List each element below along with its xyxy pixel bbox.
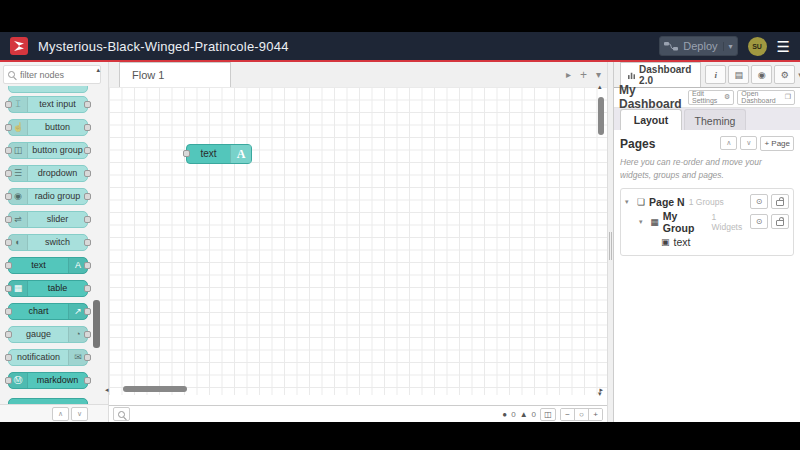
deploy-button[interactable]: Deploy ▾ [659,36,737,56]
letterbox-top [0,0,800,32]
palette-filter-input[interactable] [18,69,90,81]
canvas-node-text[interactable]: text A [186,144,252,164]
flow-canvas[interactable]: text A [109,87,607,395]
app-logo-icon [10,37,28,55]
add-page-button[interactable]: + Page [760,136,794,151]
help-book-icon[interactable]: ▤ [728,65,749,84]
warning-count: 0 [532,410,536,419]
palette-node-label: gauge [9,327,68,342]
tree-row-page[interactable]: ▾ ❏ Page N 1 Groups ⊙ [625,192,789,212]
palette-node-text-input[interactable]: ⌶text input [8,96,88,113]
scrollbar-thumb[interactable] [598,97,604,135]
open-dashboard-button[interactable]: Open Dashboard ❐ [737,90,795,105]
dashboard-title: My Dashboard [619,83,688,111]
node-output-port [84,101,91,108]
lock-glyph [776,220,784,226]
error-icon[interactable]: ● [502,410,507,419]
palette-node-label: dropdown [28,166,87,181]
group-meta: 1 Widgets [712,212,746,232]
lock-icon[interactable] [771,194,789,209]
visibility-eye-icon[interactable]: ⊙ [750,194,768,209]
palette-node-dropdown[interactable]: ☰dropdown [8,165,88,182]
palette-node-radio-group[interactable]: ◉radio group [8,188,88,205]
node-output-port [84,170,91,177]
search-icon [118,411,125,418]
canvas-horizontal-scrollbar[interactable]: ◂ ▸ [111,385,595,393]
palette-node-notification[interactable]: ✉notification [8,349,88,366]
palette-node-label: notification [9,350,68,365]
zoom-in-button[interactable]: + [588,409,602,420]
node-input-port [5,285,12,292]
collapse-caret-icon[interactable]: ▾ [625,198,633,206]
node-input-port[interactable] [183,150,190,157]
deploy-caret-icon[interactable]: ▾ [723,42,733,51]
page-meta: 1 Groups [689,197,724,207]
zoom-out-button[interactable]: − [561,409,574,420]
tab-flow-1[interactable]: Flow 1 [119,62,231,87]
scrollbar-thumb[interactable] [123,386,187,392]
node-input-port [5,147,12,154]
letterbox-bottom [0,422,800,450]
palette-node-table[interactable]: ▦table [8,280,88,297]
external-link-icon: ❐ [785,93,791,101]
layout-theming-tabstrip: Layout Theming [614,108,800,131]
move-up-button[interactable]: ∧ [720,136,737,150]
palette-node-chart[interactable]: ↗chart [8,303,88,320]
node-red-editor: Mysterious-Black-Winged-Pratincole-9044 … [0,32,800,422]
tree-row-group[interactable]: ▾ ▦ My Group 1 Widgets ⊙ [625,212,789,232]
visibility-eye-icon[interactable]: ⊙ [750,214,768,229]
palette-node-label: radio group [28,189,87,204]
expand-categories-button[interactable]: ∨ [71,407,88,421]
editor-header: Mysterious-Black-Winged-Pratincole-9044 … [0,32,800,62]
scroll-right-icon[interactable]: ▸ [599,386,603,393]
scroll-left-icon[interactable]: ◂ [105,386,109,393]
node-input-port [5,331,12,338]
edit-settings-button[interactable]: Edit Settings ⚙ [688,90,734,105]
palette-node-label: text input [28,97,87,112]
palette-node-label: slider [28,212,87,227]
main-menu-icon[interactable]: ☰ [777,39,790,54]
scroll-up-icon[interactable]: ▴ [96,66,100,73]
flow-canvas-area: Flow 1 ▸ + ▾ text A ▴ [109,62,607,422]
tab-layout[interactable]: Layout [620,109,682,131]
palette-node-button-group[interactable]: ◫button group [8,142,88,159]
palette-node-button[interactable]: ☝button [8,119,88,136]
user-avatar[interactable]: SU [748,37,767,56]
collapse-caret-icon[interactable]: ▾ [639,218,646,226]
screen: Mysterious-Black-Winged-Pratincole-9044 … [0,0,800,450]
palette-node-gauge[interactable]: ◔gauge [8,326,88,343]
node-label: text [187,145,230,163]
lock-glyph [776,200,784,206]
palette-node-label: button group [28,143,87,158]
page-icon: ❏ [637,197,645,207]
tab-scroll-right-icon[interactable]: ▸ [566,69,571,80]
palette-search[interactable] [3,65,101,84]
palette-node-switch[interactable]: ◐switch [8,234,88,251]
scrollbar-thumb[interactable] [93,300,100,348]
flow-list-caret-icon[interactable]: ▾ [596,69,601,80]
tree-row-widget[interactable]: ▣ text [625,232,789,252]
palette-node-label: text [9,258,68,273]
debug-bug-icon[interactable]: ◉ [751,65,772,84]
zoom-reset-button[interactable]: ○ [574,409,588,420]
info-icon[interactable]: i [705,65,726,84]
canvas-footer: ● 0 ▲ 0 ◫ − ○ + [109,405,607,422]
navigator-toggle-icon[interactable]: ◫ [540,408,556,421]
lock-icon[interactable] [771,214,789,229]
palette-node-slider[interactable]: ⇌slider [8,211,88,228]
config-gear-icon[interactable]: ⚙ [774,65,795,84]
palette-node-markdown[interactable]: Ⓜmarkdown [8,372,88,389]
palette-node-text[interactable]: Atext [8,257,88,274]
canvas-search-button[interactable] [113,407,130,421]
canvas-vertical-scrollbar[interactable]: ▴ ▾ [597,89,605,393]
scroll-up-icon[interactable]: ▴ [598,83,602,90]
dashboard-tree: ▾ ❏ Page N 1 Groups ⊙ ▾ ▦ M [620,188,794,256]
warning-icon[interactable]: ▲ [520,410,528,419]
add-flow-button[interactable]: + [580,68,587,82]
move-down-button[interactable]: ∨ [740,136,757,150]
palette-scrollbar[interactable]: ▴ ▾ [93,88,100,402]
palette-node-partial[interactable] [8,86,88,93]
collapse-categories-button[interactable]: ∧ [52,407,69,421]
tab-theming[interactable]: Theming [684,109,746,131]
sidebar-resize-handle[interactable] [607,62,614,422]
